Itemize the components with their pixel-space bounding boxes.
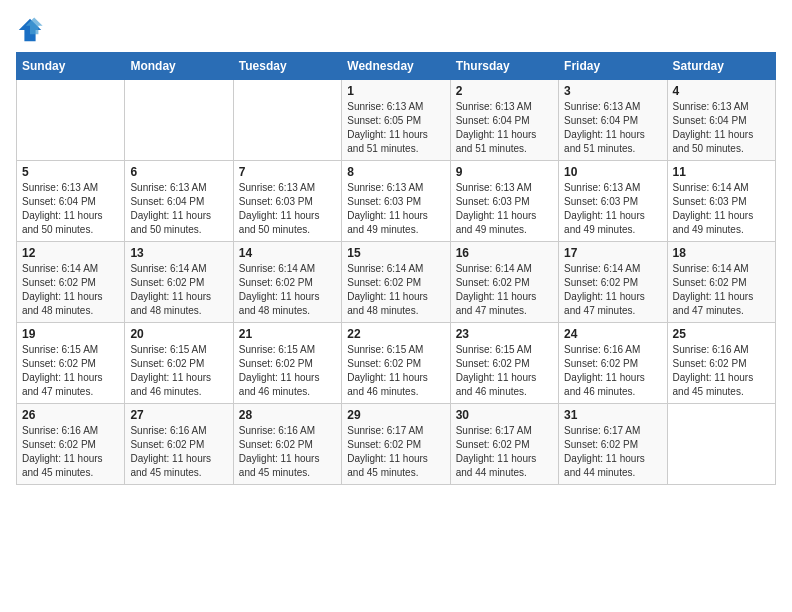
day-info: Sunrise: 6:14 AM Sunset: 6:02 PM Dayligh… [564, 262, 661, 318]
day-info: Sunrise: 6:13 AM Sunset: 6:03 PM Dayligh… [239, 181, 336, 237]
calendar-day-cell [17, 80, 125, 161]
day-info: Sunrise: 6:17 AM Sunset: 6:02 PM Dayligh… [564, 424, 661, 480]
calendar-day-cell: 8Sunrise: 6:13 AM Sunset: 6:03 PM Daylig… [342, 161, 450, 242]
calendar-day-cell [233, 80, 341, 161]
day-number: 17 [564, 246, 661, 260]
day-info: Sunrise: 6:13 AM Sunset: 6:04 PM Dayligh… [130, 181, 227, 237]
day-info: Sunrise: 6:15 AM Sunset: 6:02 PM Dayligh… [22, 343, 119, 399]
calendar-day-cell: 29Sunrise: 6:17 AM Sunset: 6:02 PM Dayli… [342, 404, 450, 485]
calendar-body: 1Sunrise: 6:13 AM Sunset: 6:05 PM Daylig… [17, 80, 776, 485]
weekday-header: Thursday [450, 53, 558, 80]
calendar-day-cell [667, 404, 775, 485]
day-number: 15 [347, 246, 444, 260]
calendar-day-cell: 25Sunrise: 6:16 AM Sunset: 6:02 PM Dayli… [667, 323, 775, 404]
day-number: 11 [673, 165, 770, 179]
calendar-day-cell: 15Sunrise: 6:14 AM Sunset: 6:02 PM Dayli… [342, 242, 450, 323]
calendar-day-cell: 22Sunrise: 6:15 AM Sunset: 6:02 PM Dayli… [342, 323, 450, 404]
day-info: Sunrise: 6:14 AM Sunset: 6:03 PM Dayligh… [673, 181, 770, 237]
weekday-header: Monday [125, 53, 233, 80]
calendar-week-row: 19Sunrise: 6:15 AM Sunset: 6:02 PM Dayli… [17, 323, 776, 404]
day-number: 28 [239, 408, 336, 422]
calendar-day-cell: 27Sunrise: 6:16 AM Sunset: 6:02 PM Dayli… [125, 404, 233, 485]
day-number: 16 [456, 246, 553, 260]
day-info: Sunrise: 6:16 AM Sunset: 6:02 PM Dayligh… [673, 343, 770, 399]
day-number: 21 [239, 327, 336, 341]
day-number: 6 [130, 165, 227, 179]
day-number: 24 [564, 327, 661, 341]
calendar-day-cell: 18Sunrise: 6:14 AM Sunset: 6:02 PM Dayli… [667, 242, 775, 323]
day-number: 7 [239, 165, 336, 179]
calendar-day-cell: 19Sunrise: 6:15 AM Sunset: 6:02 PM Dayli… [17, 323, 125, 404]
day-info: Sunrise: 6:14 AM Sunset: 6:02 PM Dayligh… [239, 262, 336, 318]
day-number: 22 [347, 327, 444, 341]
calendar-day-cell: 24Sunrise: 6:16 AM Sunset: 6:02 PM Dayli… [559, 323, 667, 404]
day-info: Sunrise: 6:16 AM Sunset: 6:02 PM Dayligh… [130, 424, 227, 480]
logo [16, 16, 48, 44]
day-info: Sunrise: 6:13 AM Sunset: 6:04 PM Dayligh… [22, 181, 119, 237]
day-info: Sunrise: 6:14 AM Sunset: 6:02 PM Dayligh… [22, 262, 119, 318]
day-info: Sunrise: 6:13 AM Sunset: 6:04 PM Dayligh… [456, 100, 553, 156]
day-number: 8 [347, 165, 444, 179]
day-info: Sunrise: 6:14 AM Sunset: 6:02 PM Dayligh… [673, 262, 770, 318]
day-number: 26 [22, 408, 119, 422]
day-number: 10 [564, 165, 661, 179]
page-header [16, 16, 776, 44]
calendar-week-row: 1Sunrise: 6:13 AM Sunset: 6:05 PM Daylig… [17, 80, 776, 161]
day-number: 27 [130, 408, 227, 422]
day-number: 18 [673, 246, 770, 260]
day-number: 13 [130, 246, 227, 260]
calendar-day-cell: 26Sunrise: 6:16 AM Sunset: 6:02 PM Dayli… [17, 404, 125, 485]
calendar-day-cell: 5Sunrise: 6:13 AM Sunset: 6:04 PM Daylig… [17, 161, 125, 242]
day-number: 1 [347, 84, 444, 98]
calendar-week-row: 26Sunrise: 6:16 AM Sunset: 6:02 PM Dayli… [17, 404, 776, 485]
weekday-header: Wednesday [342, 53, 450, 80]
day-info: Sunrise: 6:15 AM Sunset: 6:02 PM Dayligh… [239, 343, 336, 399]
day-info: Sunrise: 6:15 AM Sunset: 6:02 PM Dayligh… [456, 343, 553, 399]
calendar-day-cell: 4Sunrise: 6:13 AM Sunset: 6:04 PM Daylig… [667, 80, 775, 161]
day-number: 23 [456, 327, 553, 341]
day-info: Sunrise: 6:13 AM Sunset: 6:04 PM Dayligh… [564, 100, 661, 156]
calendar-day-cell: 12Sunrise: 6:14 AM Sunset: 6:02 PM Dayli… [17, 242, 125, 323]
day-info: Sunrise: 6:14 AM Sunset: 6:02 PM Dayligh… [347, 262, 444, 318]
day-number: 14 [239, 246, 336, 260]
calendar-day-cell: 10Sunrise: 6:13 AM Sunset: 6:03 PM Dayli… [559, 161, 667, 242]
weekday-row: SundayMondayTuesdayWednesdayThursdayFrid… [17, 53, 776, 80]
day-info: Sunrise: 6:16 AM Sunset: 6:02 PM Dayligh… [564, 343, 661, 399]
day-number: 3 [564, 84, 661, 98]
day-number: 25 [673, 327, 770, 341]
calendar-day-cell: 21Sunrise: 6:15 AM Sunset: 6:02 PM Dayli… [233, 323, 341, 404]
day-info: Sunrise: 6:13 AM Sunset: 6:03 PM Dayligh… [456, 181, 553, 237]
calendar-day-cell: 6Sunrise: 6:13 AM Sunset: 6:04 PM Daylig… [125, 161, 233, 242]
calendar-day-cell: 11Sunrise: 6:14 AM Sunset: 6:03 PM Dayli… [667, 161, 775, 242]
weekday-header: Tuesday [233, 53, 341, 80]
day-number: 19 [22, 327, 119, 341]
calendar-header: SundayMondayTuesdayWednesdayThursdayFrid… [17, 53, 776, 80]
calendar-day-cell: 3Sunrise: 6:13 AM Sunset: 6:04 PM Daylig… [559, 80, 667, 161]
calendar-day-cell: 7Sunrise: 6:13 AM Sunset: 6:03 PM Daylig… [233, 161, 341, 242]
calendar-week-row: 5Sunrise: 6:13 AM Sunset: 6:04 PM Daylig… [17, 161, 776, 242]
day-number: 2 [456, 84, 553, 98]
calendar-day-cell: 17Sunrise: 6:14 AM Sunset: 6:02 PM Dayli… [559, 242, 667, 323]
calendar-day-cell: 1Sunrise: 6:13 AM Sunset: 6:05 PM Daylig… [342, 80, 450, 161]
calendar-week-row: 12Sunrise: 6:14 AM Sunset: 6:02 PM Dayli… [17, 242, 776, 323]
day-number: 9 [456, 165, 553, 179]
day-number: 4 [673, 84, 770, 98]
day-number: 20 [130, 327, 227, 341]
weekday-header: Sunday [17, 53, 125, 80]
day-info: Sunrise: 6:14 AM Sunset: 6:02 PM Dayligh… [130, 262, 227, 318]
calendar-day-cell: 23Sunrise: 6:15 AM Sunset: 6:02 PM Dayli… [450, 323, 558, 404]
day-number: 5 [22, 165, 119, 179]
calendar-day-cell: 2Sunrise: 6:13 AM Sunset: 6:04 PM Daylig… [450, 80, 558, 161]
day-info: Sunrise: 6:16 AM Sunset: 6:02 PM Dayligh… [239, 424, 336, 480]
calendar-day-cell: 31Sunrise: 6:17 AM Sunset: 6:02 PM Dayli… [559, 404, 667, 485]
weekday-header: Friday [559, 53, 667, 80]
day-number: 30 [456, 408, 553, 422]
day-info: Sunrise: 6:15 AM Sunset: 6:02 PM Dayligh… [130, 343, 227, 399]
day-info: Sunrise: 6:16 AM Sunset: 6:02 PM Dayligh… [22, 424, 119, 480]
day-info: Sunrise: 6:17 AM Sunset: 6:02 PM Dayligh… [456, 424, 553, 480]
calendar-day-cell: 30Sunrise: 6:17 AM Sunset: 6:02 PM Dayli… [450, 404, 558, 485]
calendar-table: SundayMondayTuesdayWednesdayThursdayFrid… [16, 52, 776, 485]
day-info: Sunrise: 6:13 AM Sunset: 6:03 PM Dayligh… [564, 181, 661, 237]
calendar-day-cell [125, 80, 233, 161]
day-info: Sunrise: 6:13 AM Sunset: 6:04 PM Dayligh… [673, 100, 770, 156]
